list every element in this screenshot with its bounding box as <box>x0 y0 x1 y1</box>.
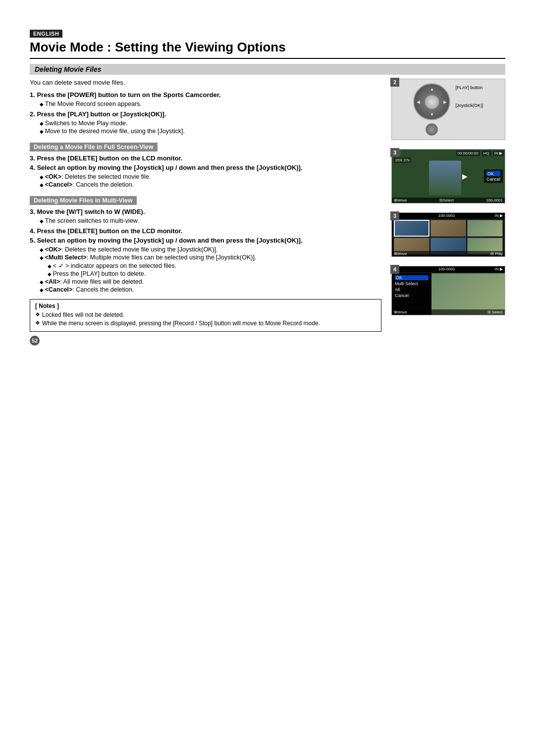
ctrl-top: ▲ <box>430 87 434 92</box>
screenshot-2: 2 ▲ ▼ ◀ ▶ <box>391 79 505 140</box>
ctrl-left: ◀ <box>417 100 420 104</box>
sc4-menu-ok: OK <box>395 275 428 280</box>
step-4: 4. Select an option by moving the [Joyst… <box>30 164 381 171</box>
screenshot-3b: 3 🎬 100-0001 IN ▶ <box>391 212 505 257</box>
step-2-bullet-2: Move to the desired movie file, using th… <box>40 128 381 135</box>
step-4-bullet-1: <OK>: Deletes the selected movie file. <box>40 173 381 180</box>
sc4-status-right: IN ▶ <box>495 267 503 271</box>
step-3-multi-text: 3. Move the [W/T] switch to W (WIDE). <box>30 208 381 215</box>
ctrl-center <box>425 95 439 109</box>
sc2-step-num: 2 <box>390 78 399 87</box>
sc4-menu-all: All <box>395 287 428 292</box>
step-3-multi-bullet-1: The screen switches to multi-view. <box>40 217 381 224</box>
step-5-bullet-3: < ✓ > indicator appears on the selected … <box>46 262 381 269</box>
step-4-multi-text: 4. Press the [DELETE] button on the LCD … <box>30 227 381 235</box>
main-layout: You can delete saved movie files. 1. Pre… <box>30 79 505 346</box>
sc3-storage: IN ▶ <box>493 151 504 156</box>
sc4-status-bar: 🎬 100-0001 IN ▶ <box>392 266 505 272</box>
page-container: ENGLISH Movie Mode : Setting the Viewing… <box>30 30 505 346</box>
sc3b-status-bar: 🎬 100-0001 IN ▶ <box>392 213 505 218</box>
step-2-text: 2. Press the [PLAY] button or [Joystick(… <box>30 110 381 118</box>
ctrl-bottom: ▼ <box>430 112 434 117</box>
thumb-1 <box>394 220 429 237</box>
step-5-multi: 5. Select an option by moving the [Joyst… <box>30 237 381 244</box>
english-badge: ENGLISH <box>30 30 62 38</box>
sc3-bottom-left: ⊞Move <box>394 198 407 202</box>
step-5-bullet-5: <All>: All movie files will be deleted. <box>40 278 381 285</box>
sc3-bottom-bar: ⊞Move ⊟Select 100-0001 <box>392 198 505 203</box>
sc4-bottom-right: ⊟ Select <box>487 310 503 314</box>
step-5-bullet-2: <Multi Select>: Multiple movie files can… <box>40 254 381 261</box>
sc3-nav-arrow: ▶ <box>462 172 468 180</box>
sc4-status-left: 100-0001 <box>438 267 455 271</box>
sc3-zoom: 20X 37x <box>394 157 411 163</box>
sc3-menu-ok: OK <box>486 171 500 176</box>
screenshot-3: 3 🎬 00:00/00:00 HQ IN ▶ 20X 37x <box>391 149 505 203</box>
step-4-text: 4. Select an option by moving the [Joyst… <box>30 164 381 171</box>
ctrl-small-button <box>426 123 438 136</box>
page-title: Movie Mode : Setting the Viewing Options <box>30 40 505 59</box>
step-1-bullet-1: The Movie Record screen appears. <box>40 101 381 107</box>
screenshot-4: 4 🎬 100-0001 IN ▶ OK Multi Select All Ca… <box>391 266 505 315</box>
step-1-bullets: The Movie Record screen appears. <box>40 101 381 107</box>
step-1-text: 1. Press the [POWER] button to turn on t… <box>30 91 381 99</box>
step-3-multi-bullets: The screen switches to multi-view. <box>40 217 381 224</box>
step-2-bullets: Switches to Movie Play mode. Move to the… <box>40 120 381 135</box>
sc3b-bottom-right: ⊟ Play <box>490 252 503 256</box>
sc4-bottom-left: ⊞Move <box>394 310 407 314</box>
step-4-multi: 4. Press the [DELETE] button on the LCD … <box>30 227 381 235</box>
sc3-step-num: 3 <box>390 148 399 157</box>
sc3-ok-cancel-menu: OK Cancel <box>484 170 503 183</box>
step-3-multi: 3. Move the [W/T] switch to W (WIDE). <box>30 208 381 215</box>
notes-list: Locked files will not be deleted. While … <box>35 311 376 327</box>
step-4-bullets: <OK>: Deletes the selected movie file. <… <box>40 173 381 188</box>
sc3-time: 00:00/00:00 <box>456 151 480 156</box>
notes-box: [ Notes ] Locked files will not be delet… <box>30 299 381 332</box>
sc4-thumb <box>431 273 505 315</box>
ctrl-right: ▶ <box>443 100 447 104</box>
sc3b-status-left: 100-0001 <box>438 213 455 218</box>
section-header: Deleting Movie Files <box>30 64 505 75</box>
page-number-area: 52 <box>30 336 381 346</box>
sc3b-status-right: IN ▶ <box>495 213 503 218</box>
sc3b-bottom-bar: ⊞Move ⊟ Play <box>392 251 505 256</box>
sc3-bottom-mid: ⊟Select <box>439 198 454 202</box>
step-2: 2. Press the [PLAY] button or [Joystick(… <box>30 110 381 118</box>
notes-title: [ Notes ] <box>35 302 376 309</box>
sc3-status-bar: 🎬 00:00/00:00 HQ IN ▶ <box>393 151 504 156</box>
sc4-bottom-bar: ⊞Move ⊟ Select <box>392 309 505 315</box>
left-column: You can delete saved movie files. 1. Pre… <box>30 79 381 346</box>
sc3-menu-cancel: Cancel <box>486 177 500 182</box>
intro-text: You can delete saved movie files. <box>30 79 381 86</box>
sc3b-bottom-left: ⊞Move <box>394 252 407 256</box>
step-5-bullet-4: Press the [PLAY] button to delete. <box>46 270 381 277</box>
thumb-2 <box>430 220 466 237</box>
joystick-ok-label: [Joystick(OK)] <box>455 103 483 108</box>
subheader-full-screen: Deleting a Movie File in Full Screen-Vie… <box>30 143 158 151</box>
sc4-menu-multiselect: Multi Select <box>395 281 428 286</box>
step-1: 1. Press the [POWER] button to turn on t… <box>30 91 381 99</box>
step-3-text: 3. Press the [DELETE] button on the LCD … <box>30 154 381 162</box>
step-3: 3. Press the [DELETE] button on the LCD … <box>30 154 381 162</box>
thumb-3 <box>467 220 503 237</box>
step-4-bullet-2: <Cancel>: Cancels the deletion. <box>40 181 381 188</box>
step-5-multi-text: 5. Select an option by moving the [Joyst… <box>30 237 381 244</box>
sc3b-step-num: 3 <box>390 211 399 220</box>
sc3-video-content <box>429 161 461 196</box>
page-number: 52 <box>30 336 40 346</box>
sc3-bottom-right: 100-0001 <box>486 198 503 202</box>
sc3b-thumb-grid <box>392 213 505 256</box>
notes-item-2: While the menu screen is displayed, pres… <box>35 320 376 327</box>
sc4-menu: OK Multi Select All Cancel <box>392 273 431 315</box>
right-column: 2 ▲ ▼ ◀ ▶ <box>391 79 505 346</box>
sc3-quality: HQ <box>482 151 491 156</box>
step-5-multi-bullets: <OK>: Deletes the selected movie file us… <box>40 246 381 293</box>
sc4-step-num: 4 <box>390 265 399 274</box>
step-5-bullet-6: <Cancel>: Cancels the deletion. <box>40 286 381 293</box>
sc4-menu-cancel: Cancel <box>395 293 428 298</box>
play-button-label: [PLAY] button <box>455 85 483 90</box>
notes-item-1: Locked files will not be deleted. <box>35 311 376 318</box>
step-5-bullet-1: <OK>: Deletes the selected movie file us… <box>40 246 381 253</box>
subheader-multi-view: Deleting Movie Files in Multi-View <box>30 196 137 205</box>
step-2-bullet-1: Switches to Movie Play mode. <box>40 120 381 127</box>
